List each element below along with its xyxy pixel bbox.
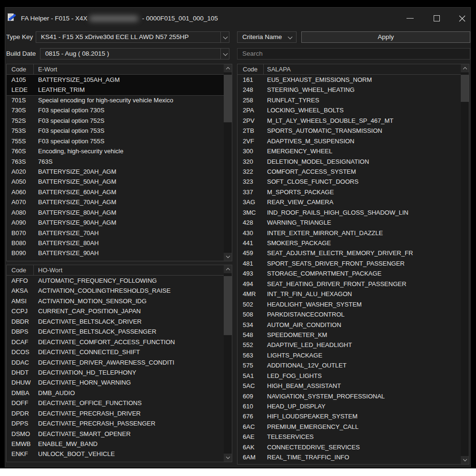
table-header[interactable]: Code E-Wort [7,64,224,75]
table-row[interactable]: AFFOAUTOMATIC_FREQUENCY_FOLLOWING [7,276,224,286]
table-header[interactable]: Code HO-Wort [7,265,224,276]
table-row[interactable]: 755SF03 special option 755S [7,136,224,146]
scroll-down-button[interactable] [224,454,232,462]
table-row[interactable]: DOFFDEACTIVATE_OFFICE_FUNCTIONS [7,398,224,408]
table-row[interactable]: 2VFADAPTIVES_M_SUSPENSION [238,136,461,146]
table-row[interactable]: 563LIGHTS_PACKAGE [238,350,461,360]
table-row[interactable]: 609NAVIGATION_SYSTEM_PROFESSIONAL [238,391,461,401]
table-row[interactable]: AMSIACTIVATION_MOTION_SENSOR_IDG [7,296,224,306]
table-row[interactable]: 248STEERING_WHEEL_HEATING [238,85,461,95]
table-row[interactable]: DDACDEACTIVATE_DRIVER_AWARENESS_CONDITI [7,357,224,367]
scrollbar-thumb[interactable] [224,276,232,335]
scrollbar-thumb[interactable] [461,75,469,102]
scroll-up-button[interactable] [461,64,469,72]
table-row[interactable]: DHUWDEACTIVATE_HORN_WARNING [7,377,224,387]
table-row[interactable]: 752SF03 special option 752S [7,116,224,126]
table-row[interactable]: A050BATTERYSIZE_50AH_AGM [7,177,224,187]
table-row[interactable]: 508PARKDISTANCECONTROL [238,309,461,319]
table-row[interactable]: 430INTER_EXTER_MIRROR_ANTI_DAZZLE [238,228,461,238]
apply-button[interactable]: Apply [301,31,470,43]
table-row[interactable]: 534AUTOM_AIR_CONDITION [238,320,461,330]
table-row[interactable]: 730SF03 special option 730S [7,105,224,115]
table-row[interactable]: 763S763S [7,157,224,167]
type-key-select[interactable]: KS41 - F15 X5 xDrive30d ECE LL AWD N57 2… [36,31,229,43]
maximize-button[interactable] [426,8,447,29]
table-row[interactable]: A070BATTERYSIZE_70AH_AGM [7,197,224,207]
table-row[interactable]: 575ADDITIONAL_12V_OUTLET [238,360,461,370]
table-row[interactable]: DMBADMB_AUDIO [7,388,224,398]
table-row[interactable]: DCAFDEACTIVATE_COMFORT_ACCESS_FUNCTION [7,337,224,347]
table-row[interactable]: 610HEAD_UP_DISPLAY [238,401,461,411]
table-row[interactable]: DHDTDEACTIVATION_HD_TELEPHONY [7,367,224,377]
table-row[interactable]: 760SEncoding, high-security vehicle [7,146,224,156]
table-row[interactable]: 320DELETION_MODEL_DESIGNATION [238,157,461,167]
table-row[interactable]: 701SSpecial encoding for high-security v… [7,95,224,105]
build-date-select[interactable]: 0815 - Aug ( 08.2015 ) [40,48,229,60]
column-header-code[interactable]: Code [7,265,34,275]
table-row[interactable]: 322COMFORT_ACCESS_SYSTEM [238,167,461,177]
table-row[interactable]: 5A1LED_FOG_LIGHTS [238,371,461,381]
table-row[interactable]: 428WARNING_TRIANGLE [238,218,461,228]
table-row[interactable]: DPPSDEACTIVATE_PRECRASH_PASSENGER [7,418,224,428]
table-row[interactable]: B080BATTERYSIZE_80AH [7,238,224,248]
table-row[interactable]: B090BATTERYSIZE_90AH [7,248,224,258]
table-row[interactable]: LEDELEATHER_TRIM [7,85,224,95]
table-row[interactable]: DCOSDEACTIVATE_CONNECTED_SHIFT [7,347,224,357]
table-row[interactable]: 753SF03 special option 753S [7,126,224,136]
table-row[interactable]: 6AETELESERVICES [238,432,461,442]
table-row[interactable]: 493STORAGE_COMPARTMENT_PACKAGE [238,268,461,278]
scroll-down-button[interactable] [224,253,232,261]
table-row[interactable]: 300EMERGENCY_WHEEL [238,146,461,156]
column-header-howort[interactable]: HO-Wort [34,265,224,275]
table-row[interactable]: 258RUNFLAT_TYRES [238,95,461,105]
column-header-code[interactable]: Code [238,64,264,74]
table-row[interactable]: 323SOFT_CLOSE_FUNCT_DOORS [238,177,461,187]
table-row[interactable]: 2TBSPORTS_AUTOMATIC_TRANSMISSION [238,126,461,136]
table-row[interactable]: EMWBENABLE_MW_BAND [7,439,224,449]
column-header-code[interactable]: Code [7,64,34,74]
scrollbar-thumb[interactable] [224,75,232,122]
table-row[interactable]: A105BATTERYSIZE_105AH_AGM [7,75,224,85]
table-row[interactable]: 2PALOCKING_WHEEL_BOLTS [238,105,461,115]
table-row[interactable]: DBDRDEACTIVATE_BELTSLACK_DRIVER [7,317,224,327]
table-row[interactable]: 6ACPREMIUM_EMERGENCY_CALL [238,422,461,432]
table-row[interactable]: A080BATTERYSIZE_80AH_AGM [7,208,224,218]
table-row[interactable]: A090BATTERYSIZE_90AH_AGM [7,218,224,228]
table-row[interactable]: A020BATTERYSIZE_20AH_AGM [7,167,224,177]
table-row[interactable]: DBPSDEACTIVATE_BELTSLACK_PASSENGER [7,327,224,337]
table-header[interactable]: Code SALAPA [238,64,461,75]
table-row[interactable]: 6AKCONNECTEDDRIVE_SERVICES [238,442,461,452]
table-row[interactable]: CCPJCURRENT_CAR_POSITION_JAPAN [7,306,224,316]
scrollbar-track[interactable] [224,273,232,454]
minimize-button[interactable] [399,8,421,29]
table-row[interactable]: 4MRINT_TR_FIN_ALU_HEXAGON [238,289,461,299]
column-header-ewort[interactable]: E-Wort [34,64,224,74]
table-row[interactable]: DSMODEACTIVATE_SMART_OPENER [7,429,224,439]
table-row[interactable]: 552ADAPTIVE_LED_HEADLIGHT [238,340,461,350]
close-button[interactable] [451,8,473,29]
table-row[interactable]: A060BATTERYSIZE_60AH_AGM [7,187,224,197]
scroll-down-button[interactable] [461,456,469,464]
table-row[interactable]: 5ACHIGH_BEAM_ASSISTANT [238,381,461,391]
table-row[interactable]: 441SMOKERS_PACKAGE [238,238,461,248]
search-input[interactable]: Search [237,48,470,60]
table-row[interactable]: DPDRDEACTIVATE_PRECRASH_DRIVER [7,408,224,418]
table-row[interactable]: 2PVM_LT_ALY_WHEELS_DOUBLE_SP_467_MT [238,116,461,126]
scrollbar-track[interactable] [461,72,469,456]
scrollbar[interactable] [224,265,232,462]
table-row[interactable]: 6AMREAL_TIME_TRAFFIC_INFO [238,452,461,462]
table-row[interactable]: 548SPEEDOMETER_KM [238,330,461,340]
table-row[interactable]: B070BATTERYSIZE_70AH [7,228,224,238]
table-row[interactable]: 459SEAT_ADJUSTM_ELECTR_MEMORY_DRIVER_FR [238,248,461,258]
table-row[interactable]: 161EU5_EXHAUST_EMISSIONS_NORM [238,75,461,85]
table-row[interactable]: 481SPORT_SEATS_DRIVER_FRONT_PASSENGER [238,258,461,268]
scrollbar[interactable] [461,64,469,464]
table-row[interactable]: 494SEAT_HEATING_DRIVER_FRONT_PASSENGER [238,279,461,289]
scroll-up-button[interactable] [224,64,232,72]
table-row[interactable]: 337M_SPORTS_PACKAGE [238,187,461,197]
criteria-select[interactable]: Criteria Name [237,31,297,43]
scroll-up-button[interactable] [224,265,232,273]
scrollbar-track[interactable] [224,72,232,253]
table-row[interactable]: AKSAACTIVATION_COOLINGTHRESHOLDS_RAISE [7,286,224,296]
table-row[interactable]: 676HIFI_LOUDSPEAKER_SYSTEM [238,411,461,421]
